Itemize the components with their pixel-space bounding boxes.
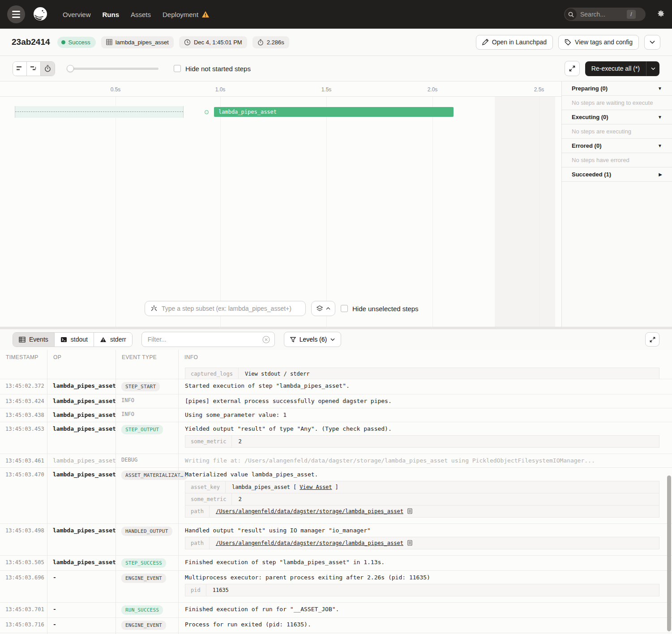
hide-unselected-checkbox[interactable]: Hide unselected steps — [341, 305, 419, 313]
event-row[interactable]: 13:45:02.372lambda_pipes_assetSTEP_START… — [0, 379, 672, 394]
event-info: Materialized value lambda_pipes_asset.as… — [178, 468, 672, 523]
search-input[interactable] — [580, 11, 623, 18]
nav-deployment[interactable]: Deployment — [163, 11, 210, 18]
view-mode-waterfall-icon[interactable] — [27, 62, 41, 76]
tab-stdout[interactable]: stdout — [55, 333, 94, 347]
metadata-text: lambda_pipes_asset — [232, 484, 290, 490]
event-row[interactable]: 13:45:03.424lambda_pipes_assetINFO[pipes… — [0, 394, 672, 408]
event-log-table: TIMESTAMP OP EVENT TYPE INFO captured_lo… — [0, 350, 672, 634]
sidebar-empty-text: No steps are executing — [562, 124, 672, 139]
event-row[interactable]: 13:45:03.470lambda_pipes_assetASSET_MATE… — [0, 468, 672, 524]
event-row[interactable]: 13:45:03.505lambda_pipes_assetSTEP_SUCCE… — [0, 556, 672, 571]
view-mode-flat-icon[interactable] — [13, 62, 27, 76]
log-filter-input[interactable] — [148, 336, 259, 343]
settings-gear-icon[interactable] — [656, 9, 665, 19]
metadata-link[interactable]: /Users/alangenfeld/data/dagster/storage/… — [216, 508, 403, 514]
checkbox-icon[interactable] — [174, 65, 181, 72]
gantt-bottom-controls: Hide unselected steps — [145, 301, 419, 316]
event-op: lambda_pipes_asset — [47, 394, 116, 408]
metadata-value: /Users/alangenfeld/data/dagster/storage/… — [210, 537, 419, 549]
slider-thumb[interactable] — [67, 65, 74, 72]
copy-icon[interactable] — [407, 508, 412, 514]
event-type: ASSET_MATERIALIZAT… — [116, 468, 178, 523]
log-fullscreen-button[interactable] — [645, 332, 659, 347]
checkbox-icon[interactable] — [341, 305, 348, 312]
collapse-steps-button[interactable] — [311, 301, 335, 316]
metadata-link[interactable]: /Users/alangenfeld/data/dagster/storage/… — [216, 540, 403, 546]
event-type: ENGINE_EVENT — [116, 571, 178, 602]
step-subset-input[interactable] — [162, 305, 300, 312]
after-run-shaded-region — [495, 97, 555, 327]
axis-tick: 1.0s — [215, 86, 226, 93]
sidebar-section-errored[interactable]: Errored (0)▼ — [562, 139, 672, 153]
event-type: STEP_START — [116, 379, 178, 394]
start-time-tag: Dec 4, 1:45:01 PM — [179, 36, 247, 48]
tab-events[interactable]: Events — [13, 333, 55, 347]
sidebar-section-executing[interactable]: Executing (0)▼ — [562, 110, 672, 124]
event-row[interactable]: 13:45:03.696-ENGINE_EVENTMultiprocess ex… — [0, 571, 672, 603]
nav-runs[interactable]: Runs — [103, 11, 120, 18]
metadata-value: /Users/alangenfeld/data/dagster/storage/… — [210, 505, 419, 517]
event-info: Using some_parameter value: 1 — [178, 408, 672, 422]
log-tabs: Events stdout stderr — [13, 332, 133, 347]
gantt-bar-lambda-pipes-asset[interactable]: lambda_pipes_asset — [214, 107, 454, 117]
job-name-tag[interactable]: lambda_pipes_asset — [101, 36, 174, 48]
open-in-launchpad-button[interactable]: Open in Launchpad — [476, 35, 553, 50]
col-info: INFO — [178, 350, 672, 364]
event-row[interactable]: 13:45:03.701-RUN_SUCCESSFinished executi… — [0, 603, 672, 618]
event-info-text: [pipes] external process successfully op… — [185, 398, 666, 404]
tab-stderr[interactable]: stderr — [94, 333, 132, 347]
event-info-text: Handled output "result" using IO manager… — [185, 527, 666, 534]
gantt-fullscreen-button[interactable] — [565, 61, 580, 76]
view-asset-link[interactable]: View Asset — [300, 484, 332, 490]
event-type: INFO — [116, 408, 178, 422]
event-type: HANDLED_OUTPUT — [116, 524, 178, 555]
log-filter[interactable] — [141, 332, 275, 347]
vertical-scrollbar[interactable] — [667, 476, 671, 631]
chevron-right-icon: ▶ — [659, 172, 662, 177]
hide-not-started-checkbox[interactable]: Hide not started steps — [174, 65, 251, 73]
step-subset-filter[interactable] — [145, 301, 306, 316]
view-tags-config-button[interactable]: View tags and config — [558, 35, 639, 50]
run-header: 23ab2414 Success lambda_pipes_asset Dec … — [0, 29, 672, 56]
metadata-row: some_metric2 — [185, 493, 659, 505]
copy-icon[interactable] — [407, 540, 412, 546]
metadata-key: some_metric — [185, 493, 232, 505]
filter-funnel-icon — [290, 337, 296, 343]
nav-assets[interactable]: Assets — [131, 11, 151, 18]
reexecute-dropdown-caret[interactable] — [646, 61, 659, 76]
gantt-zoom-slider[interactable] — [67, 65, 158, 72]
status-badge: Success — [57, 37, 96, 48]
nav-overview[interactable]: Overview — [63, 11, 91, 18]
levels-dropdown-button[interactable]: Levels (6) — [284, 332, 341, 347]
event-type-badge: ASSET_MATERIALIZAT… — [121, 471, 188, 480]
metadata-key: asset_key — [185, 481, 226, 493]
global-search[interactable]: / — [564, 8, 646, 21]
chevron-down-icon: ▼ — [658, 143, 662, 148]
event-row[interactable]: 13:45:03.716-ENGINE_EVENTProcess for run… — [0, 618, 672, 633]
dagster-logo-icon[interactable] — [31, 5, 49, 23]
event-row[interactable]: 13:45:03.498lambda_pipes_assetHANDLED_OU… — [0, 524, 672, 556]
chevron-up-icon — [326, 307, 330, 310]
metadata-key: some_metric — [185, 436, 232, 447]
view-mode-timed-icon[interactable] — [41, 62, 55, 76]
sidebar-section-preparing[interactable]: Preparing (0)▼ — [562, 81, 672, 96]
sidebar-section-succeeded[interactable]: Succeeded (1)▶ — [562, 167, 672, 182]
hamburger-menu-button[interactable] — [7, 5, 25, 23]
reexecute-all-button[interactable]: Re-execute all (*) — [585, 61, 659, 76]
event-info: Multiprocess executor: parent process ex… — [178, 571, 672, 602]
event-row[interactable]: 13:45:03.453lambda_pipes_assetSTEP_OUTPU… — [0, 422, 672, 454]
event-row[interactable]: 13:45:03.438lambda_pipes_assetINFOUsing … — [0, 408, 672, 422]
event-type: DEBUG — [116, 454, 178, 467]
run-actions-dropdown-button[interactable] — [644, 35, 660, 50]
event-op: - — [47, 618, 116, 633]
event-row[interactable]: 13:45:03.461lambda_pipes_assetDEBUGWriti… — [0, 454, 672, 468]
event-op: lambda_pipes_asset — [47, 468, 116, 523]
event-row[interactable]: captured_logsView stdout / stderr — [0, 364, 672, 379]
clear-filter-icon[interactable] — [262, 336, 270, 343]
chevron-down-icon — [651, 67, 655, 70]
event-info-text: Writing file at: /Users/alangenfeld/data… — [185, 457, 666, 464]
metadata-text: View stdout / stderr — [245, 371, 310, 377]
event-op: - — [47, 571, 116, 602]
clock-icon — [184, 39, 191, 46]
